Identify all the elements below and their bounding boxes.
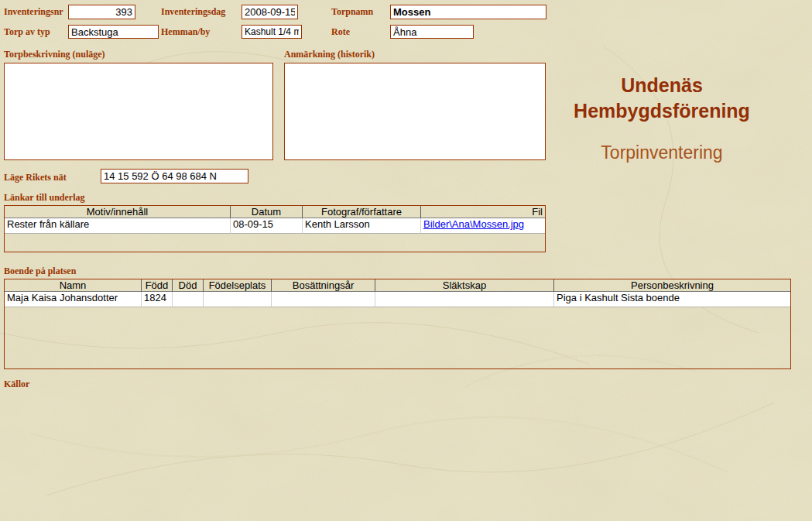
boende-heading: Boende på platsen bbox=[4, 266, 76, 277]
torpbeskrivning-label: Torpbeskrivning (nuläge) bbox=[4, 49, 105, 60]
inventeringsnr-label: Inventeringsnr bbox=[4, 6, 63, 18]
underlag-table: Motiv/innehåll Datum Fotograf/författare… bbox=[4, 205, 546, 252]
underlag-cell-fotograf: Kenth Larsson bbox=[303, 218, 421, 234]
anmarkning-label: Anmärkning (historik) bbox=[284, 49, 375, 60]
anmarkning-textarea[interactable] bbox=[284, 63, 546, 160]
underlag-header-datum: Datum bbox=[231, 206, 303, 218]
torpbeskrivning-textarea[interactable] bbox=[4, 63, 273, 160]
boende-cell-personbeskrivning: Piga i Kashult Sista boende bbox=[554, 292, 790, 307]
boende-header-dod: Död bbox=[173, 279, 204, 292]
inventeringsnr-input[interactable] bbox=[68, 5, 135, 19]
boende-table: Namn Född Död Födelseplats Bosättningsår… bbox=[4, 279, 791, 369]
boende-header-personbeskrivning: Personbeskrivning bbox=[554, 279, 790, 292]
torpinventering-form: Inventeringsnr Inventeringsdag Torpnamn … bbox=[0, 0, 812, 521]
lage-rikets-nat-input[interactable] bbox=[101, 169, 248, 183]
boende-cell-dod bbox=[173, 292, 204, 307]
hemman-by-input[interactable] bbox=[242, 25, 302, 39]
boende-cell-slaktskap bbox=[375, 292, 554, 307]
underlag-header-fotograf: Fotograf/författare bbox=[303, 206, 421, 218]
boende-cell-fodd: 1824 bbox=[142, 292, 173, 307]
file-link[interactable]: Bilder\Ana\Mossen.jpg bbox=[423, 218, 524, 230]
boende-header-fodd: Född bbox=[142, 279, 173, 292]
kallor-heading: Källor bbox=[4, 379, 29, 390]
boende-cell-fodelseplats bbox=[204, 292, 272, 307]
underlag-cell-fil: Bilder\Ana\Mossen.jpg bbox=[421, 218, 545, 234]
torp-av-typ-label: Torp av typ bbox=[4, 26, 50, 38]
boende-header-bosattningsar: Bosättningsår bbox=[272, 279, 375, 292]
underlag-cell-motiv: Rester från källare bbox=[5, 218, 231, 234]
org-title: Undenäs Hembygdsförening bbox=[551, 73, 773, 124]
boende-header-namn: Namn bbox=[5, 279, 142, 292]
org-title-line1: Undenäs bbox=[551, 73, 773, 98]
torp-av-typ-input[interactable] bbox=[68, 25, 159, 39]
underlag-header-motiv: Motiv/innehåll bbox=[5, 206, 231, 218]
underlag-header-fil: Fil bbox=[421, 206, 545, 218]
boende-header-fodelseplats: Födelseplats bbox=[204, 279, 272, 292]
boende-header-slaktskap: Släktskap bbox=[375, 279, 554, 292]
form-subtitle: Torpinventering bbox=[551, 142, 773, 163]
underlag-heading: Länkar till underlag bbox=[4, 192, 84, 204]
org-title-line2: Hembygdsförening bbox=[551, 98, 773, 124]
underlag-cell-datum: 08-09-15 bbox=[231, 218, 303, 234]
lage-rikets-nat-label: Läge Rikets nät bbox=[4, 172, 67, 183]
rote-input[interactable] bbox=[390, 25, 474, 39]
boende-cell-namn: Maja Kaisa Johansdotter bbox=[5, 292, 142, 307]
boende-cell-bosattningsar bbox=[272, 292, 375, 307]
hemman-by-label: Hemman/by bbox=[161, 26, 210, 38]
torpnamn-input[interactable] bbox=[390, 5, 546, 19]
inventeringsdag-label: Inventeringsdag bbox=[161, 6, 225, 18]
inventeringsdag-input[interactable] bbox=[242, 5, 298, 19]
rote-label: Rote bbox=[331, 26, 350, 38]
torpnamn-label: Torpnamn bbox=[331, 6, 373, 18]
